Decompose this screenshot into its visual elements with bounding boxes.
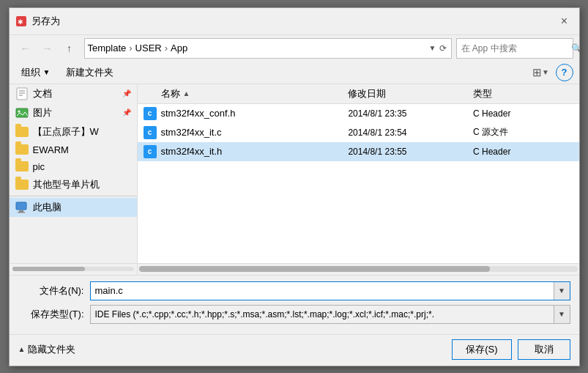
- svg-rect-9: [19, 210, 23, 212]
- hscroll-track: [139, 266, 578, 272]
- filename-row: 文件名(N): ▼: [18, 281, 570, 300]
- path-part3: App: [171, 43, 187, 53]
- sidebar-item-ewarm[interactable]: EWARM: [10, 141, 137, 158]
- secondary-toolbar: 组织 ▼ 新建文件夹 ⊞ ▼ ?: [10, 62, 579, 84]
- folder-icon-pic: [15, 161, 29, 171]
- view-toggle-button[interactable]: ⊞ ▼: [531, 63, 551, 82]
- c-file-icon-1: c: [144, 126, 157, 139]
- sidebar-item-documents[interactable]: 文档 📌: [10, 84, 137, 103]
- filename-input[interactable]: [91, 285, 554, 296]
- bottom-form: 文件名(N): ▼ 保存类型(T): IDE Files (*.c;*.cpp;…: [10, 275, 579, 334]
- pin-icon-pictures: 📌: [122, 108, 131, 117]
- file-name-2: stm32f4xx_it.h: [161, 146, 349, 157]
- file-type-2: C Header: [473, 147, 573, 157]
- close-button[interactable]: ×: [556, 12, 573, 30]
- file-list-header: 名称 ▲ 修改日期 类型: [138, 84, 579, 104]
- filename-dropdown-arrow[interactable]: ▼: [554, 282, 570, 300]
- svg-rect-2: [17, 88, 27, 100]
- svg-text:✱: ✱: [18, 18, 23, 26]
- path-display: Template › USER › App: [88, 43, 428, 53]
- main-content: 文档 📌 图片 📌 【正点原子】W: [10, 84, 579, 275]
- address-bar: Template › USER › App ▼ ⟳: [84, 38, 452, 59]
- sidebar-scroll: 文档 📌 图片 📌 【正点原子】W: [10, 84, 137, 263]
- sidebar-item-zhengdian[interactable]: 【正点原子】W: [10, 122, 137, 141]
- up-button[interactable]: ↑: [59, 38, 80, 59]
- path-sep2: ›: [165, 43, 168, 53]
- c-file-icon-0: c: [144, 107, 157, 120]
- organize-label: 组织: [21, 66, 40, 79]
- filetype-row: 保存类型(T): IDE Files (*.c;*.cpp;*.cc;*.h;*…: [18, 305, 570, 324]
- app-icon: ✱: [15, 15, 27, 27]
- sidebar-item-other[interactable]: 其他型号单片机: [10, 175, 137, 194]
- horizontal-scrollbar: [138, 263, 579, 275]
- filename-input-container: ▼: [90, 281, 570, 300]
- pc-icon: [15, 201, 29, 214]
- sidebar-thispc-label: 此电脑: [33, 201, 62, 214]
- search-icon: 🔍: [571, 43, 582, 53]
- titlebar: ✱ 另存为 ×: [10, 8, 579, 35]
- filename-label: 文件名(N):: [18, 284, 84, 298]
- back-button[interactable]: ←: [15, 38, 36, 59]
- forward-button[interactable]: →: [37, 38, 58, 59]
- folder-icon-ewarm: [15, 144, 29, 155]
- sidebar-scrollbar: [10, 263, 137, 275]
- file-type-0: C Header: [473, 108, 573, 119]
- sidebar-divider: [10, 196, 137, 196]
- view-dropdown-arrow: ▼: [542, 68, 549, 76]
- filetype-input-container: IDE Files (*.c;*.cpp;*.cc;*.h;*.hpp;*.s;…: [90, 305, 570, 324]
- hide-folder-label: 隐藏文件夹: [28, 343, 75, 356]
- organize-button[interactable]: 组织 ▼: [15, 64, 56, 81]
- svg-rect-6: [16, 108, 28, 117]
- folder-icon-zhengdian: [15, 127, 29, 137]
- path-sep1: ›: [129, 43, 132, 53]
- sort-arrow-icon: ▲: [183, 89, 190, 97]
- sidebar-other-label: 其他型号单片机: [33, 178, 100, 191]
- address-toolbar: ← → ↑ Template › USER › App ▼ ⟳ 🔍: [10, 35, 579, 62]
- filetype-value: IDE Files (*.c;*.cpp;*.cc;*.h;*.hpp;*.s;…: [91, 309, 554, 320]
- svg-rect-10: [18, 212, 25, 213]
- bottom-buttons-bar: ▲ 隐藏文件夹 保存(S) 取消: [10, 334, 579, 366]
- document-icon: [15, 87, 29, 100]
- file-pane: 名称 ▲ 修改日期 类型 c stm32f4xx_conf.h 2014/8/1…: [138, 84, 579, 275]
- folder-icon-other: [15, 180, 29, 190]
- organize-dropdown-arrow: ▼: [43, 68, 51, 76]
- file-name-0: stm32f4xx_conf.h: [161, 108, 349, 119]
- help-button[interactable]: ?: [556, 64, 573, 81]
- file-date-2: 2014/8/1 23:55: [348, 147, 473, 157]
- sidebar-item-pic[interactable]: pic: [10, 158, 137, 175]
- col-header-date: 修改日期: [348, 87, 473, 100]
- address-refresh-button[interactable]: ⟳: [438, 43, 448, 53]
- file-row[interactable]: c stm32f4xx_conf.h 2014/8/1 23:35 C Head…: [138, 104, 579, 123]
- hscroll-thumb: [139, 266, 490, 272]
- c-file-icon-2: c: [144, 145, 157, 158]
- pin-icon-documents: 📌: [122, 89, 131, 97]
- sidebar-documents-label: 文档: [33, 87, 52, 100]
- col-header-name: 名称 ▲: [161, 87, 349, 100]
- search-bar: 🔍: [456, 38, 573, 59]
- sidebar-pictures-label: 图片: [33, 106, 52, 119]
- new-folder-button[interactable]: 新建文件夹: [60, 64, 119, 81]
- file-row[interactable]: c stm32f4xx_it.c 2014/8/1 23:54 C 源文件: [138, 123, 579, 142]
- svg-rect-8: [16, 202, 26, 210]
- save-button[interactable]: 保存(S): [452, 339, 511, 360]
- dialog-title: 另存为: [31, 15, 556, 28]
- view-icon: ⊞: [532, 66, 542, 79]
- path-part1: Template: [88, 43, 127, 53]
- search-input[interactable]: [461, 43, 571, 53]
- filetype-label: 保存类型(T):: [18, 308, 84, 321]
- path-part2: USER: [135, 43, 162, 53]
- sidebar-item-pictures[interactable]: 图片 📌: [10, 103, 137, 122]
- sidebar-item-thispc[interactable]: 此电脑: [10, 198, 137, 217]
- hide-folder-button[interactable]: ▲ 隐藏文件夹: [18, 343, 76, 356]
- file-row-selected[interactable]: c stm32f4xx_it.h 2014/8/1 23:55 C Header: [138, 142, 579, 161]
- sidebar-zhengdian-label: 【正点原子】W: [33, 125, 99, 139]
- cancel-button[interactable]: 取消: [518, 339, 570, 360]
- save-as-dialog: ✱ 另存为 × ← → ↑ Template › USER › App ▼ ⟳ …: [9, 7, 580, 366]
- filetype-dropdown-arrow[interactable]: ▼: [554, 306, 570, 323]
- chevron-down-icon: ▲: [18, 345, 26, 353]
- file-type-1: C 源文件: [473, 126, 573, 139]
- svg-point-7: [18, 110, 20, 112]
- sidebar-ewarm-label: EWARM: [33, 144, 69, 155]
- address-dropdown-arrow[interactable]: ▼: [428, 44, 438, 52]
- file-name-1: stm32f4xx_it.c: [161, 127, 349, 138]
